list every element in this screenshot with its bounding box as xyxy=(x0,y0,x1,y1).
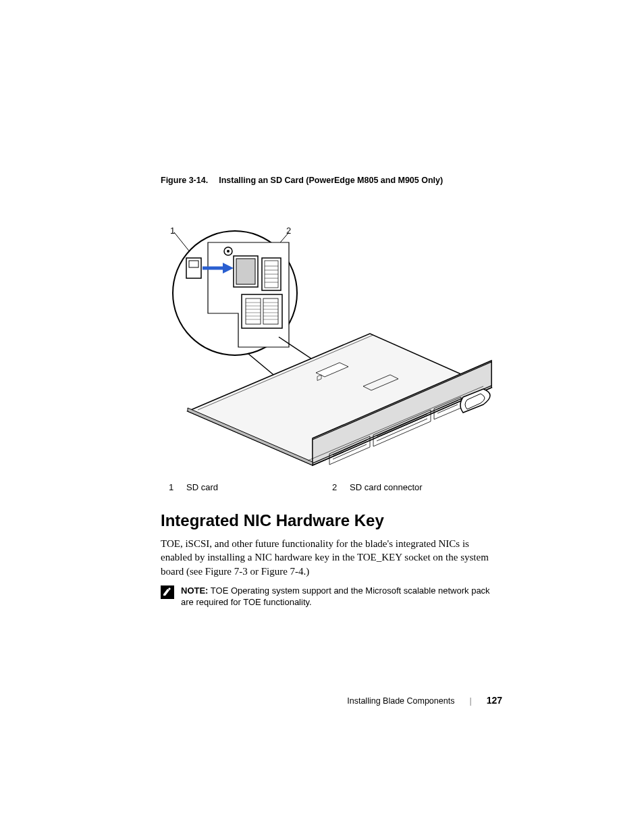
legend-text-1: SD card xyxy=(186,482,332,492)
svg-rect-18 xyxy=(242,294,282,328)
page-content: Figure 3-14.Installing an SD Card (Power… xyxy=(0,0,644,608)
footer-page-number: 127 xyxy=(487,695,502,706)
footer-separator: | xyxy=(469,696,471,706)
legend-text-2: SD card connector xyxy=(350,482,495,492)
figure-number: Figure 3-14. xyxy=(161,176,208,185)
blade-diagram-icon xyxy=(161,219,498,469)
section-paragraph: TOE, iSCSI, and other future functionali… xyxy=(161,537,502,578)
legend-num-2: 2 xyxy=(332,482,350,492)
figure-illustration: 1 2 xyxy=(161,199,498,469)
svg-point-4 xyxy=(227,250,230,253)
note-label: NOTE: xyxy=(181,585,208,596)
note-body: TOE Operating system support and the Mic… xyxy=(181,585,490,608)
footer-chapter: Installing Blade Components xyxy=(347,696,454,706)
svg-rect-10 xyxy=(236,259,255,284)
legend-num-1: 1 xyxy=(169,482,186,492)
note-block: NOTE: TOE Operating system support and t… xyxy=(161,585,502,608)
figure-caption: Figure 3-14.Installing an SD Card (Power… xyxy=(161,176,502,185)
note-icon xyxy=(161,585,174,599)
figure-legend: 1 SD card 2 SD card connector xyxy=(161,479,502,511)
section-heading: Integrated NIC Hardware Key xyxy=(161,511,502,530)
page-footer: Installing Blade Components | 127 xyxy=(347,695,502,706)
note-text: NOTE: TOE Operating system support and t… xyxy=(181,585,502,608)
figure-title: Installing an SD Card (PowerEdge M805 an… xyxy=(219,176,443,185)
